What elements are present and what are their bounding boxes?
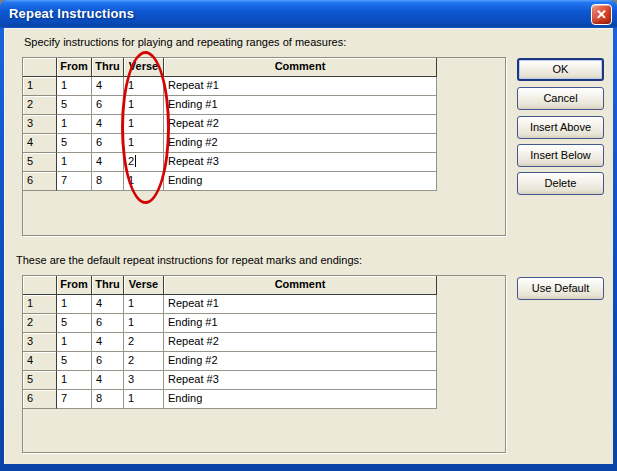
default-instructions-grid: FromThruVerseComment1141Repeat #12561End… — [22, 275, 506, 453]
row-number-cell: 6 — [23, 390, 57, 409]
default-instructions-table: FromThruVerseComment1141Repeat #12561End… — [23, 276, 437, 409]
cancel-button[interactable]: Cancel — [517, 87, 604, 110]
cell-thru: 4 — [92, 295, 124, 314]
cell-from: 5 — [57, 314, 92, 333]
title-bar: Repeat Instructions ✕ — [0, 0, 617, 28]
table-header-row: FromThruVerseComment — [23, 58, 437, 77]
cell-verse[interactable]: 1 — [124, 96, 164, 115]
cell-thru[interactable]: 6 — [92, 96, 124, 115]
cell-from[interactable]: 5 — [57, 96, 92, 115]
repeat-instructions-dialog: Repeat Instructions ✕ Specify instructio… — [0, 0, 617, 471]
cell-thru[interactable]: 4 — [92, 153, 124, 172]
cell-thru[interactable]: 6 — [92, 134, 124, 153]
column-header-verse: Verse — [124, 58, 164, 77]
table-header-row: FromThruVerseComment — [23, 276, 437, 295]
table-row: 5143Repeat #3 — [23, 371, 437, 390]
cell-verse: 2 — [124, 333, 164, 352]
cell-comment: Repeat #1 — [164, 295, 437, 314]
cell-thru: 8 — [92, 390, 124, 409]
table-row: 4561Ending #2 — [23, 134, 437, 153]
column-header-thru: Thru — [92, 276, 124, 295]
row-number-cell[interactable]: 2 — [23, 96, 57, 115]
bottom-section-label: These are the default repeat instruction… — [16, 254, 362, 266]
table-row: 2561Ending #1 — [23, 96, 437, 115]
table-row: 4562Ending #2 — [23, 352, 437, 371]
cell-verse[interactable]: 1 — [124, 115, 164, 134]
text-caret — [135, 155, 136, 167]
repeat-instructions-table: FromThruVerseComment1141Repeat #12561End… — [23, 58, 437, 191]
cell-from[interactable]: 7 — [57, 172, 92, 191]
table-row: 3142Repeat #2 — [23, 333, 437, 352]
table-row: 6781Ending — [23, 390, 437, 409]
cell-comment: Ending #2 — [164, 352, 437, 371]
row-number-cell[interactable]: 3 — [23, 115, 57, 134]
cell-verse[interactable]: 1 — [124, 134, 164, 153]
column-header-from: From — [57, 58, 92, 77]
row-number-cell: 2 — [23, 314, 57, 333]
dialog-body: Specify instructions for playing and rep… — [4, 28, 613, 464]
delete-button[interactable]: Delete — [517, 172, 604, 195]
corner-header-cell — [23, 58, 57, 77]
use-default-button[interactable]: Use Default — [517, 277, 604, 300]
cell-from: 5 — [57, 352, 92, 371]
row-number-cell[interactable]: 4 — [23, 134, 57, 153]
cell-thru[interactable]: 4 — [92, 77, 124, 96]
cell-comment: Ending #1 — [164, 314, 437, 333]
cell-comment[interactable]: Ending #1 — [164, 96, 437, 115]
cell-comment: Repeat #2 — [164, 333, 437, 352]
corner-header-cell — [23, 276, 57, 295]
cell-thru: 6 — [92, 314, 124, 333]
cell-verse[interactable]: 2 — [124, 153, 164, 172]
column-header-verse: Verse — [124, 276, 164, 295]
top-section-label: Specify instructions for playing and rep… — [24, 36, 346, 48]
table-row: 6781Ending — [23, 172, 437, 191]
cell-thru[interactable]: 8 — [92, 172, 124, 191]
cell-from[interactable]: 5 — [57, 134, 92, 153]
row-number-cell[interactable]: 5 — [23, 153, 57, 172]
cell-from[interactable]: 1 — [57, 77, 92, 96]
cell-from: 1 — [57, 371, 92, 390]
cell-from: 7 — [57, 390, 92, 409]
table-row: 1141Repeat #1 — [23, 77, 437, 96]
cell-thru: 4 — [92, 333, 124, 352]
row-number-cell: 4 — [23, 352, 57, 371]
row-number-cell[interactable]: 1 — [23, 77, 57, 96]
cell-comment: Ending — [164, 390, 437, 409]
cell-verse: 1 — [124, 295, 164, 314]
cell-from: 1 — [57, 295, 92, 314]
cell-verse: 3 — [124, 371, 164, 390]
cell-thru: 6 — [92, 352, 124, 371]
cell-comment[interactable]: Repeat #1 — [164, 77, 437, 96]
table-row: 5142Repeat #3 — [23, 153, 437, 172]
cell-from[interactable]: 1 — [57, 115, 92, 134]
close-icon[interactable]: ✕ — [591, 4, 612, 25]
cell-verse: 1 — [124, 314, 164, 333]
insert-above-button[interactable]: Insert Above — [517, 116, 604, 139]
cell-thru: 4 — [92, 371, 124, 390]
column-header-comment: Comment — [164, 58, 437, 77]
cell-from: 1 — [57, 333, 92, 352]
cell-verse[interactable]: 1 — [124, 77, 164, 96]
table-row: 3141Repeat #2 — [23, 115, 437, 134]
row-number-cell: 1 — [23, 295, 57, 314]
cell-comment[interactable]: Repeat #2 — [164, 115, 437, 134]
column-header-thru: Thru — [92, 58, 124, 77]
cell-verse: 1 — [124, 390, 164, 409]
repeat-instructions-grid: FromThruVerseComment1141Repeat #12561End… — [22, 57, 506, 236]
cell-comment: Repeat #3 — [164, 371, 437, 390]
column-header-comment: Comment — [164, 276, 437, 295]
row-number-cell: 5 — [23, 371, 57, 390]
cell-thru[interactable]: 4 — [92, 115, 124, 134]
dialog-title: Repeat Instructions — [9, 6, 134, 21]
cell-comment[interactable]: Ending — [164, 172, 437, 191]
cell-comment[interactable]: Repeat #3 — [164, 153, 437, 172]
table-row: 2561Ending #1 — [23, 314, 437, 333]
row-number-cell[interactable]: 6 — [23, 172, 57, 191]
ok-button[interactable]: OK — [517, 58, 604, 81]
insert-below-button[interactable]: Insert Below — [517, 144, 604, 167]
cell-from[interactable]: 1 — [57, 153, 92, 172]
table-row: 1141Repeat #1 — [23, 295, 437, 314]
cell-comment[interactable]: Ending #2 — [164, 134, 437, 153]
column-header-from: From — [57, 276, 92, 295]
cell-verse[interactable]: 1 — [124, 172, 164, 191]
